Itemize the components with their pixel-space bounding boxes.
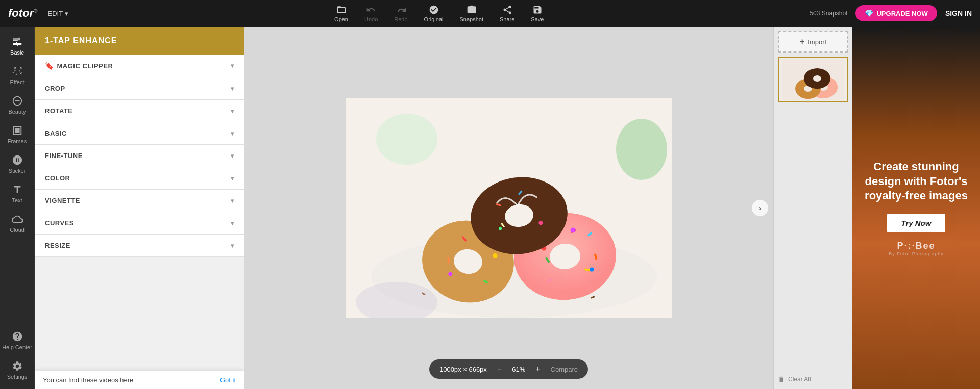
save-icon: [532, 5, 543, 15]
import-button[interactable]: + Import: [778, 31, 848, 53]
compare-button[interactable]: Compare: [551, 366, 578, 373]
snapshot-icon: [467, 5, 477, 15]
chevron-crop: ▾: [231, 85, 234, 92]
canvas-image: [346, 98, 672, 318]
panel-item-resize[interactable]: RESIZE ▾: [35, 235, 244, 257]
chevron-vignette: ▾: [231, 197, 234, 204]
panel-item-crop[interactable]: CROP ▾: [35, 77, 244, 100]
svg-point-2: [616, 119, 667, 180]
nav-item-basic[interactable]: Basic: [0, 31, 34, 61]
nav-item-beauty[interactable]: Beauty: [0, 90, 34, 120]
svg-point-45: [813, 75, 821, 82]
trash-icon: [778, 376, 785, 383]
help-icon: [12, 331, 23, 342]
chevron-magic-clipper: ▾: [231, 62, 234, 69]
beauty-icon: [12, 95, 23, 107]
nav-item-frames[interactable]: Frames: [0, 120, 34, 149]
text-icon: [12, 184, 23, 195]
nav-item-sticker[interactable]: Sticker: [0, 149, 34, 179]
chevron-basic: ▾: [231, 130, 234, 137]
panel-item-color[interactable]: COLOR ▾: [35, 167, 244, 190]
ad-headline: Create stunning design with Fotor's roya…: [863, 160, 970, 203]
panel-item-magic-clipper[interactable]: 🔖 MAGIC CLIPPER ▾: [35, 55, 244, 77]
nav-item-effect[interactable]: Effect: [0, 61, 34, 90]
redo-icon: [396, 5, 406, 15]
original-button[interactable]: Original: [424, 5, 444, 22]
top-bar: fotor® EDIT ▾ Open Undo Redo Original Sn…: [0, 0, 980, 27]
left-icon-nav: Basic Effect Beauty Frames Sticker Text: [0, 27, 35, 389]
panel-item-basic[interactable]: BASIC ▾: [35, 122, 244, 145]
open-icon: [336, 5, 347, 15]
zoom-in-button[interactable]: +: [532, 364, 543, 375]
logo: fotor®: [8, 7, 37, 20]
chevron-curves: ▾: [231, 220, 234, 227]
effect-icon: [12, 66, 23, 77]
frames-icon: [12, 125, 23, 136]
edit-button[interactable]: EDIT ▾: [47, 10, 68, 17]
redo-button[interactable]: Redo: [394, 5, 407, 22]
panel-item-vignette[interactable]: VIGNETTE ▾: [35, 190, 244, 212]
signin-button[interactable]: SIGN IN: [945, 9, 972, 17]
left-panel: 1-TAP ENHANCE 🔖 MAGIC CLIPPER ▾ CROP ▾ R…: [35, 27, 244, 389]
top-right-actions: 503 Snapshot 💎 UPGRADE NOW SIGN IN: [810, 5, 972, 21]
canvas-dimensions: 1000px × 666px: [439, 366, 487, 373]
share-button[interactable]: Share: [500, 5, 514, 22]
ad-panel: Create stunning design with Fotor's roya…: [852, 27, 980, 389]
share-icon: [502, 5, 512, 15]
sliders-icon: [12, 36, 23, 47]
clear-all-button[interactable]: Clear All: [778, 374, 848, 385]
canvas-bottom-bar: 1000px × 666px − 61% + Compare: [429, 359, 588, 379]
nav-item-settings[interactable]: Settings: [0, 355, 34, 385]
zoom-level: 61%: [512, 366, 525, 373]
right-panel: + Import Clear All: [773, 27, 852, 389]
bookmark-icon: 🔖: [45, 62, 54, 70]
top-actions: Open Undo Redo Original Snapshot Share: [68, 5, 810, 22]
sticker-icon: [12, 154, 23, 166]
thumbnail-image: [782, 59, 844, 100]
panel-item-curves[interactable]: CURVES ▾: [35, 212, 244, 235]
undo-button[interactable]: Undo: [364, 5, 378, 22]
ad-try-button[interactable]: Try Now: [887, 214, 946, 232]
panel-item-fine-tune[interactable]: FINE-TUNE ▾: [35, 145, 244, 167]
cloud-icon: [12, 214, 23, 225]
nav-item-help[interactable]: Help Center: [0, 326, 34, 355]
svg-point-1: [376, 114, 437, 165]
undo-icon: [366, 5, 376, 15]
open-button[interactable]: Open: [334, 5, 348, 22]
enhance-button[interactable]: 1-TAP ENHANCE: [35, 27, 244, 55]
settings-icon: [12, 360, 23, 372]
chevron-resize: ▾: [231, 242, 234, 249]
next-arrow-button[interactable]: ›: [752, 200, 768, 216]
zoom-out-button[interactable]: −: [494, 364, 505, 375]
panel-item-rotate[interactable]: ROTATE ▾: [35, 100, 244, 122]
nav-item-cloud[interactable]: Cloud: [0, 209, 34, 238]
chevron-color: ▾: [231, 175, 234, 182]
tooltip-bar: You can find these videos here Got it: [35, 371, 244, 389]
original-icon: [429, 5, 439, 15]
thumbnail-frame[interactable]: [778, 57, 848, 102]
snapshot-count: 503 Snapshot: [810, 10, 847, 17]
nav-item-text[interactable]: Text: [0, 179, 34, 209]
chevron-rotate: ▾: [231, 108, 234, 115]
upgrade-button[interactable]: 💎 UPGRADE NOW: [855, 5, 937, 21]
pxbee-brand: P·:·Bee By Fotor Photography: [889, 241, 944, 256]
main-layout: Basic Effect Beauty Frames Sticker Text: [0, 27, 980, 389]
chevron-fine-tune: ▾: [231, 152, 234, 160]
plus-icon: +: [800, 37, 804, 46]
canvas-svg: [346, 98, 672, 318]
got-it-button[interactable]: Got it: [220, 376, 236, 384]
snapshot-button[interactable]: Snapshot: [460, 5, 483, 22]
save-button[interactable]: Save: [531, 5, 544, 22]
canvas-area: › 1000px × 666px − 61% + Compare: [244, 27, 773, 389]
